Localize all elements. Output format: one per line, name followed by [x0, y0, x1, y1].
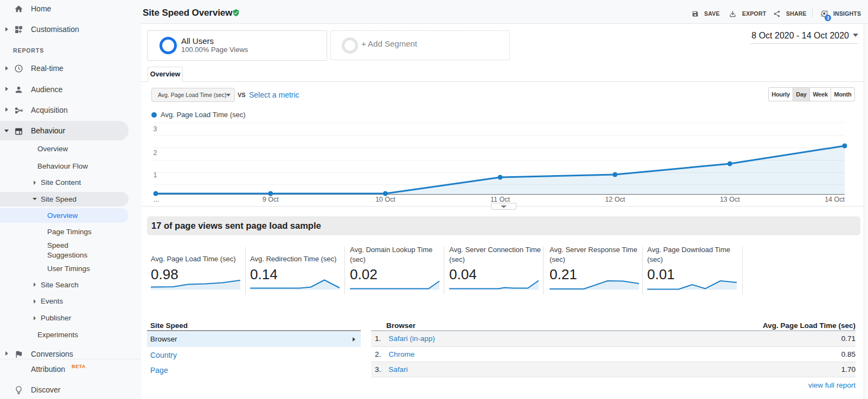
svg-text:13 Oct: 13 Oct: [720, 196, 740, 203]
svg-text:14 Oct: 14 Oct: [825, 196, 845, 203]
svg-text:...: ...: [154, 196, 159, 203]
svg-text:3: 3: [154, 125, 157, 133]
svg-text:10 Oct: 10 Oct: [375, 196, 395, 203]
svg-text:12 Oct: 12 Oct: [605, 196, 625, 203]
svg-text:1: 1: [154, 171, 157, 179]
svg-text:9 Oct: 9 Oct: [263, 196, 279, 203]
svg-text:2: 2: [154, 149, 157, 157]
svg-text:11 Oct: 11 Oct: [490, 196, 510, 203]
